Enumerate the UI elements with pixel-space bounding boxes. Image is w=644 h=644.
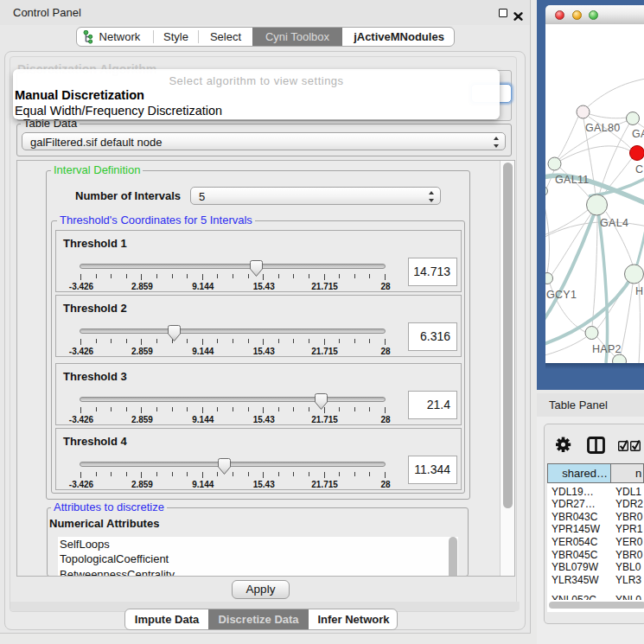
svg-text:GAL4: GAL4	[600, 217, 628, 229]
svg-text:GAL80: GAL80	[585, 122, 620, 134]
svg-text:HAP2: HAP2	[592, 343, 622, 355]
svg-text:C: C	[635, 163, 643, 175]
svg-text:GCY1: GCY1	[546, 289, 577, 301]
svg-text:GAL11: GAL11	[555, 174, 590, 186]
svg-text:H: H	[635, 285, 643, 297]
svg-text:GA: GA	[632, 128, 644, 140]
